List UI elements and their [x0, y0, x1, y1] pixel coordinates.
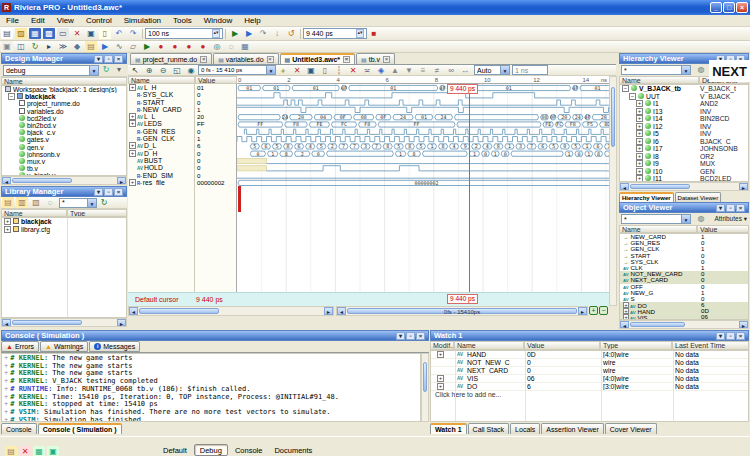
console-filter-warnings[interactable]: ▲Warnings	[40, 341, 88, 352]
hierarchy-row[interactable]: +I17JOHNSONB	[620, 145, 748, 153]
menu-control[interactable]: Control	[80, 15, 118, 27]
panel-close-icon[interactable]: ×	[736, 332, 745, 340]
design-file-row[interactable]: johnsonb.v	[2, 151, 126, 158]
zoom-in-icon[interactable]: ⊕	[143, 65, 155, 76]
doc-tab-tb-v[interactable]: ▤tb.v×	[356, 53, 395, 64]
design-manager-titlebar[interactable]: Design Manager ▾▫×	[1, 53, 127, 64]
collapse-icon[interactable]: ▲	[389, 65, 401, 76]
chevron-down-icon[interactable]: ▼	[500, 66, 509, 74]
dm-views-icon[interactable]: ▾	[113, 64, 125, 75]
zoom-fit-icon[interactable]: ◱	[171, 65, 183, 76]
watch-col-header[interactable]: Last Event Time	[672, 341, 749, 350]
spinner-icon[interactable]: ▴▾	[212, 29, 220, 38]
hierarchy-row[interactable]: −V_BJACK_tbV_BJACK_t	[620, 85, 748, 93]
redo-icon[interactable]: ↷	[127, 28, 139, 39]
project-row[interactable]: −blackjack	[2, 93, 126, 100]
stop-red-icon[interactable]: ●	[155, 41, 167, 52]
object-viewer-titlebar[interactable]: Object Viewer ▾▫×	[619, 202, 749, 213]
panel-close-icon[interactable]: ×	[736, 204, 745, 212]
wave-vscrollbar[interactable]	[609, 76, 617, 306]
design-file-row[interactable]: gen.v	[2, 144, 126, 151]
expand-icon[interactable]: +	[636, 138, 643, 145]
console-filter-messages[interactable]: iMessages	[89, 341, 140, 352]
hv-filter-apply-icon[interactable]: ◍	[695, 64, 707, 75]
signal-name-row[interactable]: +AVD_L	[128, 142, 194, 149]
paste-wave-icon[interactable]: ▯	[319, 65, 331, 76]
expand-icon[interactable]: +	[636, 100, 643, 107]
expand-icon[interactable]: +	[636, 168, 643, 175]
save-perspective-icon[interactable]: ▦	[33, 446, 45, 456]
ov-value-header[interactable]: Value	[697, 225, 749, 233]
panel-close-icon[interactable]: ×	[416, 332, 425, 340]
tab-dataset-viewer[interactable]: Dataset Viewer	[675, 192, 722, 202]
expand-icon[interactable]: +	[437, 383, 444, 390]
title-bar[interactable]: R Riviera PRO - Untitled3.awc* _ □ ×	[0, 0, 750, 15]
panel-close-icon[interactable]: ×	[114, 55, 123, 63]
perspective-debug[interactable]: Debug	[194, 444, 228, 456]
workspace-row[interactable]: Workspace 'blackjack': 1 design(s)	[2, 86, 126, 93]
watch-col-header[interactable]: Type	[600, 341, 672, 350]
lm-type-header[interactable]: Type	[67, 209, 127, 217]
watch-tab-cover-viewer[interactable]: Cover Viewer	[605, 423, 657, 434]
close-button[interactable]: ×	[736, 2, 748, 13]
library-row[interactable]: +blackjack	[2, 218, 126, 226]
hv-name-header[interactable]: Name	[619, 76, 699, 84]
signal-name-row[interactable]: R-START	[128, 99, 194, 106]
expand-icon[interactable]: +	[636, 115, 643, 122]
cursor-tool-icon[interactable]: ↖	[129, 65, 141, 76]
watch-row[interactable]: +AVVIS06[4:0]wireNo data	[431, 375, 748, 383]
console-tab[interactable]: Console	[1, 423, 37, 434]
chevron-down-icon[interactable]: ▼	[681, 215, 690, 223]
hv-filter-combo[interactable]: *▼	[621, 65, 691, 75]
design-file-row[interactable]: mux.v	[2, 158, 126, 165]
hierarchy-row[interactable]: +I9MUX	[620, 160, 748, 168]
watch-tab-watch-1[interactable]: Watch 1	[430, 423, 467, 434]
library-icon[interactable]: ▤	[85, 41, 97, 52]
expand-icon[interactable]: +	[636, 130, 643, 137]
expand-icon[interactable]: +	[623, 302, 629, 308]
dm-refresh-icon[interactable]: ↻	[100, 64, 112, 75]
wave-range-combo[interactable]: 0 fs - 15 410 ps▼	[198, 65, 276, 75]
wave-hscrollbar[interactable]: ◄► 0fs - 15410ps	[336, 306, 588, 316]
expand-icon[interactable]: +	[636, 108, 643, 115]
expand-icon[interactable]: +	[636, 160, 643, 167]
time-step-field[interactable]: 100 ns▴▾	[145, 28, 223, 39]
waveform-new-icon[interactable]: ∿	[113, 41, 125, 52]
panel-float-icon[interactable]: ▫	[104, 188, 113, 196]
expand-icon[interactable]: +	[636, 123, 643, 130]
expand-icon[interactable]: +	[437, 375, 444, 382]
ov-attributes-button[interactable]: Attributes ▾	[714, 215, 747, 223]
ov-filter-apply-icon[interactable]: ◍	[695, 213, 707, 224]
expand-icon[interactable]: +	[437, 351, 444, 358]
compare-icon[interactable]: ≍	[361, 65, 373, 76]
wave-zoom-in-button[interactable]: +	[589, 306, 598, 315]
console-output[interactable]: +# KERNEL: The new game starts+# KERNEL:…	[1, 353, 421, 422]
expand-icon[interactable]: +	[4, 385, 8, 393]
signal-name-row[interactable]: R-END_SIM	[128, 172, 194, 179]
signal-name-row[interactable]: +AVLEDS	[128, 120, 194, 127]
copy-wave-icon[interactable]: ▣	[305, 65, 317, 76]
watch-titlebar[interactable]: Watch 1 ▾▫×	[430, 330, 749, 341]
close-icon[interactable]: ×	[267, 56, 274, 63]
panel-menu-icon[interactable]: ▾	[716, 204, 725, 212]
lm-hscrollbar[interactable]: ◄►	[1, 318, 127, 327]
trace-icon[interactable]: ▱	[127, 41, 139, 52]
close-icon[interactable]: ×	[383, 56, 390, 63]
console-filter-errors[interactable]: ▲Errors	[1, 341, 39, 352]
collapse-icon[interactable]: −	[622, 85, 629, 92]
kill-red-icon[interactable]: ●	[183, 41, 195, 52]
layout-icon[interactable]: ▦	[239, 41, 251, 52]
maximize-button[interactable]: □	[723, 2, 735, 13]
panel-float-icon[interactable]: ▫	[406, 332, 415, 340]
tab-hierarchy-viewer[interactable]: Hierarchy Viewer	[619, 192, 674, 202]
zoom-out-icon[interactable]: ⊖	[157, 65, 169, 76]
timeline-ruler[interactable]: 02468101214ns	[237, 76, 609, 84]
workspace-icon[interactable]: ▣	[1, 41, 13, 52]
signal-name-row[interactable]: R-GEN_CLK	[128, 135, 194, 142]
refresh-icon[interactable]: ↻	[29, 41, 41, 52]
hierarchy-row[interactable]: −UUTV_BJACK	[620, 93, 748, 101]
expand-icon[interactable]: +	[4, 408, 8, 416]
menu-tools[interactable]: Tools	[167, 15, 198, 27]
design-file-row[interactable]: bin2bcd.v	[2, 122, 126, 129]
design-file-row[interactable]: tb.v	[2, 165, 126, 172]
